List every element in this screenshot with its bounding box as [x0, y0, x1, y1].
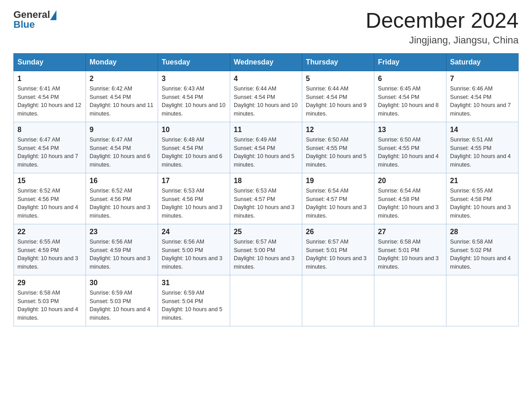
header-wednesday: Wednesday [230, 53, 302, 71]
day-number: 13 [378, 126, 442, 134]
day-info: Sunrise: 6:43 AM Sunset: 4:54 PM Dayligh… [162, 85, 226, 118]
day-number: 10 [162, 126, 226, 134]
calendar-week-5: 29 Sunrise: 6:58 AM Sunset: 5:03 PM Dayl… [14, 275, 519, 326]
calendar-header-row: SundayMondayTuesdayWednesdayThursdayFrid… [14, 53, 519, 71]
day-info: Sunrise: 6:54 AM Sunset: 4:57 PM Dayligh… [306, 187, 370, 220]
day-number: 16 [90, 177, 154, 185]
calendar-table: SundayMondayTuesdayWednesdayThursdayFrid… [13, 53, 519, 326]
calendar-day-cell: 13 Sunrise: 6:50 AM Sunset: 4:55 PM Dayl… [374, 122, 446, 173]
day-info: Sunrise: 6:44 AM Sunset: 4:54 PM Dayligh… [306, 85, 370, 118]
title-block: December 2024 Jingjiang, Jiangsu, China [365, 9, 519, 46]
day-number: 29 [17, 279, 82, 287]
calendar-day-cell: 25 Sunrise: 6:57 AM Sunset: 5:00 PM Dayl… [230, 224, 302, 275]
calendar-day-cell: 10 Sunrise: 6:48 AM Sunset: 4:54 PM Dayl… [158, 122, 230, 173]
calendar-day-cell: 2 Sunrise: 6:42 AM Sunset: 4:54 PM Dayli… [86, 71, 158, 122]
day-info: Sunrise: 6:47 AM Sunset: 4:54 PM Dayligh… [90, 136, 154, 169]
day-number: 28 [450, 228, 515, 236]
day-number: 27 [378, 228, 442, 236]
calendar-day-cell: 16 Sunrise: 6:52 AM Sunset: 4:56 PM Dayl… [86, 173, 158, 224]
calendar-day-cell: 3 Sunrise: 6:43 AM Sunset: 4:54 PM Dayli… [158, 71, 230, 122]
day-info: Sunrise: 6:57 AM Sunset: 5:00 PM Dayligh… [234, 238, 298, 271]
day-number: 2 [90, 75, 154, 83]
day-info: Sunrise: 6:52 AM Sunset: 4:56 PM Dayligh… [90, 187, 154, 220]
calendar-day-cell: 27 Sunrise: 6:58 AM Sunset: 5:01 PM Dayl… [374, 224, 446, 275]
calendar-day-cell: 31 Sunrise: 6:59 AM Sunset: 5:04 PM Dayl… [158, 275, 230, 326]
day-number: 22 [17, 228, 82, 236]
calendar-week-1: 1 Sunrise: 6:41 AM Sunset: 4:54 PM Dayli… [14, 71, 519, 122]
day-number: 7 [450, 75, 515, 83]
calendar-day-cell [302, 275, 374, 326]
day-info: Sunrise: 6:54 AM Sunset: 4:58 PM Dayligh… [378, 187, 442, 220]
day-info: Sunrise: 6:50 AM Sunset: 4:55 PM Dayligh… [306, 136, 370, 169]
day-info: Sunrise: 6:47 AM Sunset: 4:54 PM Dayligh… [17, 136, 82, 169]
day-info: Sunrise: 6:58 AM Sunset: 5:01 PM Dayligh… [378, 238, 442, 271]
calendar-day-cell: 5 Sunrise: 6:44 AM Sunset: 4:54 PM Dayli… [302, 71, 374, 122]
logo: General Blue [13, 9, 56, 30]
calendar-day-cell: 4 Sunrise: 6:44 AM Sunset: 4:54 PM Dayli… [230, 71, 302, 122]
calendar-week-2: 8 Sunrise: 6:47 AM Sunset: 4:54 PM Dayli… [14, 122, 519, 173]
calendar-subtitle: Jingjiang, Jiangsu, China [365, 34, 519, 46]
calendar-day-cell [446, 275, 519, 326]
calendar-day-cell: 21 Sunrise: 6:55 AM Sunset: 4:58 PM Dayl… [446, 173, 519, 224]
calendar-day-cell: 26 Sunrise: 6:57 AM Sunset: 5:01 PM Dayl… [302, 224, 374, 275]
day-info: Sunrise: 6:58 AM Sunset: 5:02 PM Dayligh… [450, 238, 515, 271]
header-friday: Friday [374, 53, 446, 71]
calendar-day-cell: 14 Sunrise: 6:51 AM Sunset: 4:55 PM Dayl… [446, 122, 519, 173]
day-info: Sunrise: 6:55 AM Sunset: 4:58 PM Dayligh… [450, 187, 515, 220]
day-number: 12 [306, 126, 370, 134]
day-info: Sunrise: 6:42 AM Sunset: 4:54 PM Dayligh… [90, 85, 154, 118]
day-number: 15 [17, 177, 82, 185]
header-monday: Monday [86, 53, 158, 71]
day-info: Sunrise: 6:58 AM Sunset: 5:03 PM Dayligh… [17, 289, 82, 322]
header-thursday: Thursday [302, 53, 374, 71]
day-number: 5 [306, 75, 370, 83]
day-info: Sunrise: 6:55 AM Sunset: 4:59 PM Dayligh… [17, 238, 82, 271]
day-info: Sunrise: 6:53 AM Sunset: 4:56 PM Dayligh… [162, 187, 226, 220]
day-number: 30 [90, 279, 154, 287]
calendar-day-cell [374, 275, 446, 326]
day-info: Sunrise: 6:59 AM Sunset: 5:03 PM Dayligh… [90, 289, 154, 322]
calendar-day-cell: 17 Sunrise: 6:53 AM Sunset: 4:56 PM Dayl… [158, 173, 230, 224]
calendar-day-cell: 1 Sunrise: 6:41 AM Sunset: 4:54 PM Dayli… [14, 71, 86, 122]
calendar-day-cell: 20 Sunrise: 6:54 AM Sunset: 4:58 PM Dayl… [374, 173, 446, 224]
calendar-day-cell: 19 Sunrise: 6:54 AM Sunset: 4:57 PM Dayl… [302, 173, 374, 224]
calendar-day-cell: 24 Sunrise: 6:56 AM Sunset: 5:00 PM Dayl… [158, 224, 230, 275]
day-info: Sunrise: 6:41 AM Sunset: 4:54 PM Dayligh… [17, 85, 82, 118]
day-number: 17 [162, 177, 226, 185]
day-number: 4 [234, 75, 298, 83]
calendar-day-cell: 30 Sunrise: 6:59 AM Sunset: 5:03 PM Dayl… [86, 275, 158, 326]
logo-triangle-icon [50, 10, 56, 20]
calendar-day-cell: 9 Sunrise: 6:47 AM Sunset: 4:54 PM Dayli… [86, 122, 158, 173]
calendar-day-cell: 15 Sunrise: 6:52 AM Sunset: 4:56 PM Dayl… [14, 173, 86, 224]
calendar-day-cell: 6 Sunrise: 6:45 AM Sunset: 4:54 PM Dayli… [374, 71, 446, 122]
calendar-day-cell: 12 Sunrise: 6:50 AM Sunset: 4:55 PM Dayl… [302, 122, 374, 173]
day-number: 23 [90, 228, 154, 236]
day-number: 18 [234, 177, 298, 185]
day-number: 1 [17, 75, 82, 83]
day-info: Sunrise: 6:53 AM Sunset: 4:57 PM Dayligh… [234, 187, 298, 220]
calendar-day-cell: 23 Sunrise: 6:56 AM Sunset: 4:59 PM Dayl… [86, 224, 158, 275]
day-info: Sunrise: 6:49 AM Sunset: 4:54 PM Dayligh… [234, 136, 298, 169]
day-number: 21 [450, 177, 515, 185]
day-number: 20 [378, 177, 442, 185]
calendar-day-cell: 18 Sunrise: 6:53 AM Sunset: 4:57 PM Dayl… [230, 173, 302, 224]
day-number: 8 [17, 126, 82, 134]
calendar-day-cell: 11 Sunrise: 6:49 AM Sunset: 4:54 PM Dayl… [230, 122, 302, 173]
day-number: 19 [306, 177, 370, 185]
day-info: Sunrise: 6:56 AM Sunset: 5:00 PM Dayligh… [162, 238, 226, 271]
day-number: 3 [162, 75, 226, 83]
calendar-day-cell [230, 275, 302, 326]
calendar-week-3: 15 Sunrise: 6:52 AM Sunset: 4:56 PM Dayl… [14, 173, 519, 224]
day-info: Sunrise: 6:56 AM Sunset: 4:59 PM Dayligh… [90, 238, 154, 271]
calendar-day-cell: 22 Sunrise: 6:55 AM Sunset: 4:59 PM Dayl… [14, 224, 86, 275]
day-info: Sunrise: 6:45 AM Sunset: 4:54 PM Dayligh… [378, 85, 442, 118]
day-number: 31 [162, 279, 226, 287]
day-number: 24 [162, 228, 226, 236]
day-number: 26 [306, 228, 370, 236]
calendar-day-cell: 8 Sunrise: 6:47 AM Sunset: 4:54 PM Dayli… [14, 122, 86, 173]
day-info: Sunrise: 6:50 AM Sunset: 4:55 PM Dayligh… [378, 136, 442, 169]
day-info: Sunrise: 6:51 AM Sunset: 4:55 PM Dayligh… [450, 136, 515, 169]
day-number: 6 [378, 75, 442, 83]
page-header: General Blue December 2024 Jingjiang, Ji… [13, 9, 519, 46]
logo-blue: Blue [13, 19, 35, 30]
